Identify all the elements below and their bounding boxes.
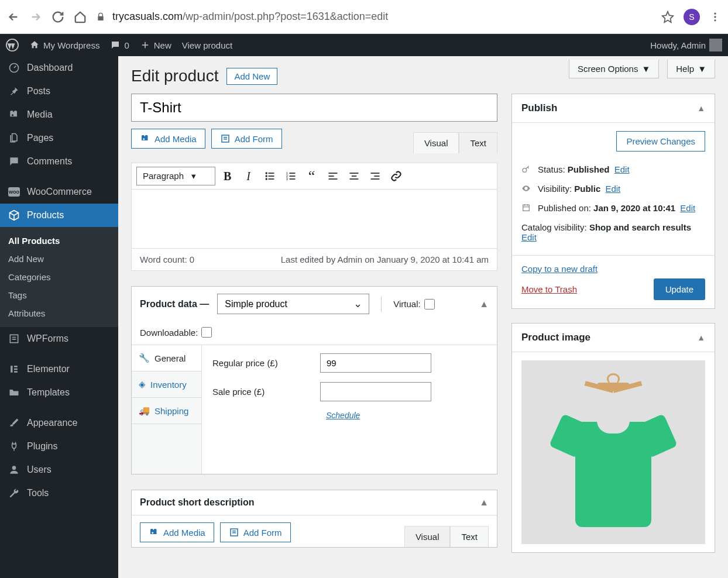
svg-rect-7	[11, 366, 12, 373]
update-button[interactable]: Update	[654, 278, 705, 300]
submenu-tags[interactable]: Tags	[0, 286, 118, 304]
schedule-link[interactable]: Schedule	[326, 411, 360, 420]
edit-date-link[interactable]: Edit	[680, 203, 695, 213]
editor-text-tab[interactable]: Text	[459, 132, 497, 153]
add-new-button[interactable]: Add New	[226, 68, 277, 85]
svg-rect-17	[268, 173, 274, 174]
svg-point-1	[714, 16, 716, 18]
move-to-trash-link[interactable]: Move to Trash	[521, 284, 577, 294]
sidebar-item-templates[interactable]: Templates	[0, 381, 118, 404]
align-left-icon[interactable]	[324, 167, 342, 185]
svg-rect-9	[14, 369, 18, 370]
svg-point-5	[12, 114, 13, 116]
copy-draft-link[interactable]: Copy to a new draft	[521, 264, 705, 274]
svg-rect-26	[328, 173, 337, 174]
sidebar-item-comments[interactable]: Comments	[0, 150, 118, 173]
user-icon	[8, 464, 20, 476]
sidebar-item-elementor[interactable]: Elementor	[0, 357, 118, 381]
edit-visibility-link[interactable]: Edit	[605, 184, 620, 194]
product-data-box: Product data — Simple product Virtual: ▲…	[131, 286, 497, 474]
view-product-link[interactable]: View product	[182, 40, 232, 50]
sidebar-item-pages[interactable]: Pages	[0, 126, 118, 150]
new-link[interactable]: New	[140, 40, 171, 50]
back-icon[interactable]	[7, 11, 20, 23]
sidebar-item-woocommerce[interactable]: wooWooCommerce	[0, 180, 118, 204]
forward-icon[interactable]	[29, 11, 42, 23]
sale-price-input[interactable]	[320, 382, 431, 401]
screen-options-tab[interactable]: Screen Options ▼	[569, 60, 659, 78]
submenu-attributes[interactable]: Attributes	[0, 304, 118, 322]
downloadable-label: Downloadable:	[140, 328, 198, 338]
add-media-button[interactable]: Add Media	[131, 129, 205, 149]
url-bar[interactable]: trycasuals.com/wp-admin/post.php?post=16…	[96, 11, 652, 23]
sidebar-item-tools[interactable]: Tools	[0, 481, 118, 505]
site-link[interactable]: My Wordpress	[29, 40, 99, 50]
product-title-input[interactable]	[131, 94, 497, 122]
bold-icon[interactable]: B	[219, 167, 236, 185]
pd-tab-inventory[interactable]: ◈Inventory	[132, 371, 201, 398]
product-image-box: Product image ▲	[511, 323, 715, 553]
format-select[interactable]: Paragraph ▾	[136, 167, 215, 185]
howdy-link[interactable]: Howdy, Admin	[650, 39, 722, 51]
collapse-icon[interactable]: ▲	[479, 299, 489, 309]
collapse-icon[interactable]: ▲	[697, 104, 705, 113]
wrench-icon	[8, 487, 20, 499]
products-icon	[8, 209, 20, 221]
short-visual-tab[interactable]: Visual	[404, 526, 451, 547]
editor-visual-tab[interactable]: Visual	[413, 132, 459, 153]
sidebar-item-wpforms[interactable]: WPForms	[0, 327, 118, 350]
editor-textarea[interactable]	[132, 190, 497, 248]
svg-rect-19	[268, 178, 274, 180]
published-label: Published on:	[538, 203, 593, 213]
comment-icon	[8, 156, 20, 167]
svg-rect-38	[523, 205, 530, 211]
sidebar-item-media[interactable]: Media	[0, 103, 118, 126]
collapse-icon[interactable]: ▲	[697, 333, 705, 342]
pd-tab-general[interactable]: 🔧General	[132, 345, 201, 371]
sidebar-item-users[interactable]: Users	[0, 458, 118, 481]
svg-text:3: 3	[286, 177, 287, 181]
sidebar-item-dashboard[interactable]: Dashboard	[0, 56, 118, 80]
italic-icon[interactable]: I	[240, 167, 257, 185]
sidebar-item-posts[interactable]: Posts	[0, 80, 118, 103]
link-icon[interactable]	[387, 167, 405, 185]
admin-sidebar: Dashboard Posts Media Pages Comments woo…	[0, 56, 118, 578]
regular-price-input[interactable]	[320, 353, 431, 373]
quote-icon[interactable]: “	[303, 167, 321, 185]
browser-chrome: trycasuals.com/wp-admin/post.php?post=16…	[0, 0, 728, 34]
sidebar-item-plugins[interactable]: Plugins	[0, 435, 118, 458]
edit-catalog-link[interactable]: Edit	[521, 232, 537, 242]
bullet-list-icon[interactable]	[261, 167, 279, 185]
align-right-icon[interactable]	[366, 167, 384, 185]
comments-link[interactable]: 0	[110, 40, 129, 50]
submenu-add-new[interactable]: Add New	[0, 250, 118, 268]
downloadable-checkbox[interactable]	[201, 327, 212, 338]
virtual-checkbox[interactable]	[424, 299, 435, 309]
product-image-thumbnail[interactable]	[521, 360, 705, 544]
calendar-icon	[521, 203, 532, 212]
wp-logo-icon[interactable]	[6, 39, 19, 51]
submenu-all-products[interactable]: All Products	[0, 232, 118, 250]
svg-rect-24	[289, 176, 295, 177]
short-text-tab[interactable]: Text	[450, 526, 489, 547]
reload-icon[interactable]	[51, 11, 64, 23]
short-add-media-button[interactable]: Add Media	[140, 522, 214, 542]
home-icon[interactable]	[74, 11, 87, 23]
sidebar-item-appearance[interactable]: Appearance	[0, 411, 118, 435]
help-tab[interactable]: Help ▼	[667, 60, 715, 78]
profile-avatar[interactable]: S	[684, 9, 700, 25]
short-add-form-button[interactable]: Add Form	[220, 522, 291, 542]
sidebar-item-products[interactable]: Products	[0, 204, 118, 227]
product-type-select[interactable]: Simple product	[217, 294, 369, 314]
edit-status-link[interactable]: Edit	[614, 164, 630, 174]
pd-tab-shipping[interactable]: 🚚Shipping	[132, 398, 201, 424]
add-form-button[interactable]: Add Form	[211, 129, 282, 149]
collapse-icon[interactable]: ▲	[479, 497, 489, 508]
align-center-icon[interactable]	[345, 167, 363, 185]
star-icon[interactable]	[661, 11, 674, 23]
visibility-label: Visibility:	[538, 184, 574, 194]
preview-changes-button[interactable]: Preview Changes	[616, 131, 705, 152]
kebab-icon[interactable]	[709, 11, 721, 23]
submenu-categories[interactable]: Categories	[0, 268, 118, 286]
numbered-list-icon[interactable]: 123	[282, 167, 300, 185]
